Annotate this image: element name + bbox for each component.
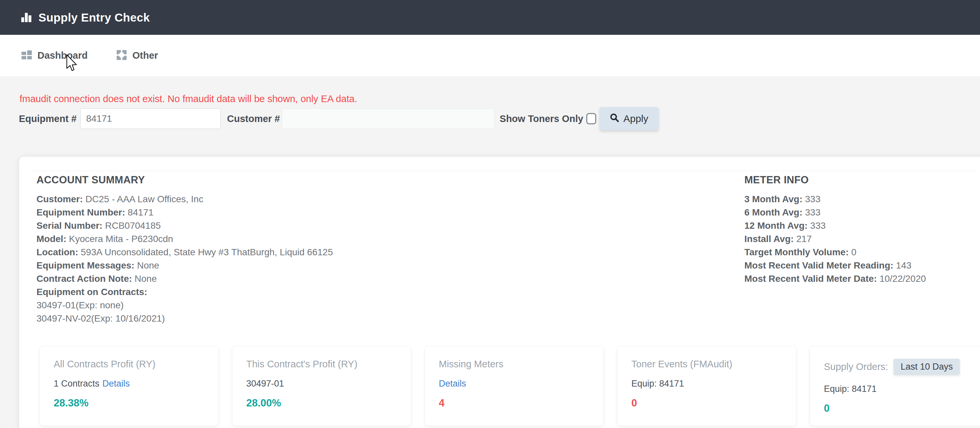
meter-info-heading: METER INFO	[745, 174, 926, 186]
page-title: Supply Entry Check	[38, 11, 150, 24]
card-missing-meters: Missing Meters Details 4	[425, 346, 604, 426]
summary-line-serial-number: Serial Number: RCB0704185	[37, 219, 333, 232]
card-subtext: Equip: 84171	[632, 379, 786, 389]
meter-line-6-month-avg: 6 Month Avg: 333	[745, 206, 926, 219]
card-toner-events: Toner Events (FMAudit) Equip: 84171 0	[617, 346, 796, 426]
card-title: All Contracts Profit (RY)	[54, 359, 208, 370]
dashboard-grid-icon	[21, 49, 32, 62]
card-supply-orders: Supply Orders: Last 10 Days Equip: 84171…	[810, 346, 980, 426]
summary-line-equipment-on-contracts: Equipment on Contracts:	[37, 285, 333, 299]
show-toners-only-checkbox[interactable]	[586, 113, 596, 124]
filter-row: Equipment # Customer # Show Toners Only …	[19, 107, 980, 130]
summary-line-location: Location: 593A Unconsolidated, State Hwy…	[37, 246, 333, 259]
card-title: Missing Meters	[439, 359, 593, 370]
meter-line-target-monthly-volume: Target Monthly Volume: 0	[745, 246, 926, 259]
other-grid-icon	[116, 49, 127, 62]
meter-line-3-month-avg: 3 Month Avg: 333	[745, 193, 926, 206]
summary-line-contract-2: 30497-NV-02(Exp: 10/16/2021)	[37, 312, 333, 325]
card-subtext: 30497-01	[246, 379, 401, 389]
meter-line-12-month-avg: 12 Month Avg: 333	[745, 219, 926, 232]
details-link[interactable]: Details	[102, 379, 130, 388]
card-value: 4	[439, 397, 593, 409]
equipment-number-label: Equipment #	[19, 113, 76, 124]
card-value: 28.38%	[54, 397, 208, 409]
account-summary-heading: ACCOUNT SUMMARY	[37, 174, 333, 186]
summary-line-contract-action-note: Contract Action Note: None	[37, 272, 333, 285]
details-link[interactable]: Details	[439, 379, 466, 388]
summary-line-customer: Customer: DC25 - AAA Law Offices, Inc	[37, 193, 333, 206]
summary-panel: ACCOUNT SUMMARY Customer: DC25 - AAA Law…	[19, 157, 980, 428]
customer-number-input[interactable]	[282, 108, 495, 129]
card-this-contract-profit: This Contract's Profit (RY) 30497-01 28.…	[232, 346, 411, 426]
app-header: Supply Entry Check	[0, 0, 980, 35]
mouse-cursor	[65, 54, 80, 75]
apply-button-label: Apply	[624, 113, 648, 124]
tab-other-label: Other	[132, 50, 158, 61]
card-title: Toner Events (FMAudit)	[632, 359, 786, 370]
card-subtext: 1 ContractsDetails	[54, 379, 208, 389]
meter-line-install-avg: Install Avg: 217	[745, 232, 926, 246]
equipment-number-input[interactable]	[80, 108, 221, 129]
show-toners-only-label: Show Toners Only	[500, 113, 583, 124]
summary-line-equipment-number: Equipment Number: 84171	[37, 206, 333, 219]
stat-cards-row: All Contracts Profit (RY) 1 ContractsDet…	[40, 346, 980, 426]
card-value: 0	[632, 397, 786, 409]
card-all-contracts-profit: All Contracts Profit (RY) 1 ContractsDet…	[40, 346, 219, 426]
fmaudit-error-message: fmaudit connection does not exist. No fm…	[19, 94, 980, 104]
card-subtext: Details	[439, 379, 593, 389]
summary-line-contract-1: 30497-01(Exp: none)	[37, 299, 333, 312]
card-title: Supply Orders: Last 10 Days	[824, 359, 979, 375]
customer-number-label: Customer #	[227, 113, 280, 124]
summary-line-equipment-messages: Equipment Messages: None	[37, 259, 333, 272]
account-summary-section: ACCOUNT SUMMARY Customer: DC25 - AAA Law…	[37, 174, 333, 325]
summary-line-model: Model: Kyocera Mita - P6230cdn	[37, 232, 333, 246]
meter-info-section: METER INFO 3 Month Avg: 333 6 Month Avg:…	[745, 174, 926, 285]
tab-other[interactable]: Other	[116, 49, 158, 62]
last-10-days-badge[interactable]: Last 10 Days	[894, 359, 960, 375]
content-area: fmaudit connection does not exist. No fm…	[0, 76, 980, 428]
panel-divider	[32, 171, 977, 171]
card-title: This Contract's Profit (RY)	[246, 359, 401, 370]
meter-line-recent-meter-date: Most Recent Valid Meter Date: 10/22/2020	[745, 272, 926, 285]
bar-chart-icon	[21, 11, 32, 24]
meter-line-recent-meter-reading: Most Recent Valid Meter Reading: 143	[745, 259, 926, 272]
card-value: 28.00%	[246, 397, 401, 409]
card-value: 0	[824, 403, 979, 414]
tab-bar: Dashboard Other	[0, 35, 980, 76]
card-subtext: Equip: 84171	[824, 384, 979, 394]
search-icon	[610, 113, 619, 125]
apply-button[interactable]: Apply	[600, 107, 659, 130]
